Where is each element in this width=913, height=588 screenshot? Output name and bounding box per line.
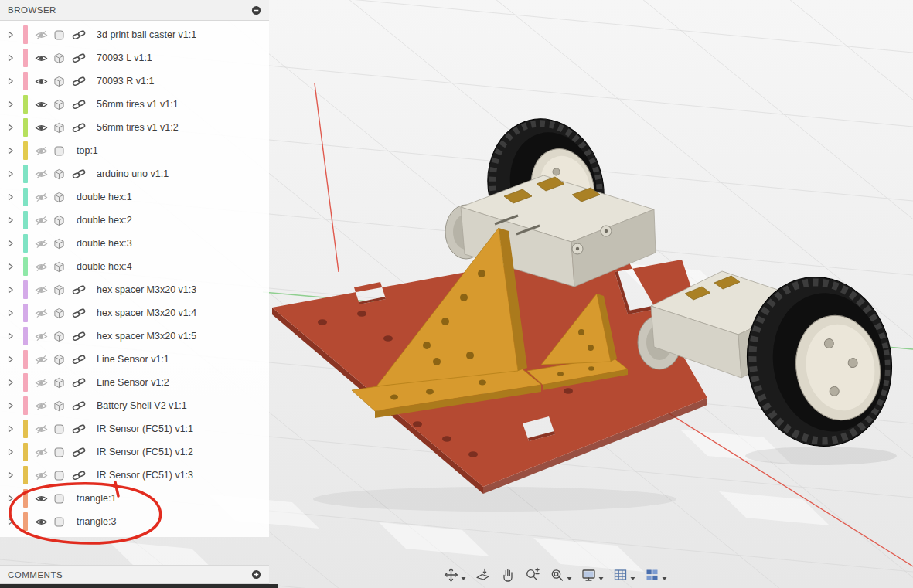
visibility-eye-icon[interactable] bbox=[35, 447, 53, 457]
browser-item-hex-spacer-m3x20-v1-4[interactable]: hex spacer M3x20 v1:4 bbox=[0, 301, 269, 325]
link-icon bbox=[72, 308, 92, 318]
expand-arrow-icon[interactable] bbox=[8, 471, 20, 479]
visibility-eye-icon[interactable] bbox=[35, 355, 53, 365]
browser-panel-header[interactable]: BROWSER bbox=[0, 0, 269, 21]
browser-item-56mm-tires-v1-v1-2[interactable]: 56mm tires v1 v1:2 bbox=[0, 116, 269, 139]
visibility-eye-icon[interactable] bbox=[35, 308, 53, 318]
browser-item-ir-sensor-fc51-v1-2[interactable]: IR Sensor (FC51) v1:2 bbox=[0, 440, 269, 464]
grid-and-snaps-tool[interactable] bbox=[612, 566, 636, 583]
pan-icon bbox=[500, 567, 516, 583]
browser-item-ir-sensor-fc51-v1-1[interactable]: IR Sensor (FC51) v1:1 bbox=[0, 417, 269, 440]
dropdown-caret-icon bbox=[462, 577, 466, 580]
visibility-eye-icon[interactable] bbox=[35, 378, 53, 388]
expand-arrow-icon[interactable] bbox=[8, 518, 20, 525]
comments-panel-header[interactable]: COMMENTS bbox=[0, 565, 269, 584]
visibility-eye-icon[interactable] bbox=[35, 169, 53, 179]
visibility-eye-icon[interactable] bbox=[35, 262, 53, 272]
visibility-eye-icon[interactable] bbox=[35, 192, 53, 202]
visibility-eye-icon[interactable] bbox=[35, 216, 53, 226]
component-color-swatch bbox=[23, 234, 28, 253]
expand-arrow-icon[interactable] bbox=[8, 286, 20, 294]
browser-item-3d-print-ball-caster-v1-1[interactable]: 3d print ball caster v1:1 bbox=[0, 23, 269, 46]
browser-item-70093-l-v1-1[interactable]: 70093 L v1:1 bbox=[0, 46, 269, 70]
zoom-tool[interactable] bbox=[524, 566, 541, 583]
viewports-tool[interactable] bbox=[644, 566, 668, 583]
component-label: double hex:4 bbox=[77, 261, 132, 272]
component-color-swatch bbox=[23, 420, 28, 438]
browser-item-line-sensor-v1-1[interactable]: Line Sensor v1:1 bbox=[0, 348, 269, 371]
expand-arrow-icon[interactable] bbox=[8, 379, 20, 386]
visibility-eye-icon[interactable] bbox=[35, 123, 53, 133]
robot-model[interactable] bbox=[272, 107, 905, 494]
link-icon bbox=[72, 400, 92, 411]
browser-item-arduino-uno-v1-1[interactable]: arduino uno v1:1 bbox=[0, 162, 269, 185]
visibility-eye-icon[interactable] bbox=[35, 100, 53, 110]
component-icon bbox=[53, 76, 72, 87]
component-icon bbox=[53, 354, 72, 365]
add-comment-icon[interactable] bbox=[251, 569, 261, 580]
expand-arrow-icon[interactable] bbox=[8, 425, 20, 433]
browser-item-hex-spacer-m3x20-v1-3[interactable]: hex spacer M3x20 v1:3 bbox=[0, 278, 269, 301]
visibility-eye-icon[interactable] bbox=[35, 239, 53, 249]
component-icon bbox=[53, 29, 72, 41]
visibility-eye-icon[interactable] bbox=[35, 424, 53, 434]
expand-arrow-icon[interactable] bbox=[8, 193, 20, 201]
expand-arrow-icon[interactable] bbox=[8, 332, 20, 340]
fit-tool[interactable] bbox=[549, 566, 573, 583]
visibility-eye-icon[interactable] bbox=[35, 517, 53, 527]
component-color-swatch bbox=[23, 304, 28, 322]
visibility-eye-icon[interactable] bbox=[35, 30, 53, 40]
display-settings-tool[interactable] bbox=[581, 566, 605, 583]
expand-arrow-icon[interactable] bbox=[8, 54, 20, 62]
browser-item-triangle-1[interactable]: triangle:1 bbox=[0, 487, 269, 510]
visibility-eye-icon[interactable] bbox=[35, 53, 53, 63]
orbit-icon bbox=[444, 567, 459, 583]
browser-item-double-hex-2[interactable]: double hex:2 bbox=[0, 209, 269, 232]
look-at-tool[interactable] bbox=[475, 566, 492, 583]
expand-arrow-icon[interactable] bbox=[8, 216, 20, 224]
expand-arrow-icon[interactable] bbox=[8, 240, 20, 247]
component-color-swatch bbox=[23, 95, 28, 114]
browser-item-70093-r-v1-1[interactable]: 70093 R v1:1 bbox=[0, 70, 269, 93]
expand-arrow-icon[interactable] bbox=[8, 495, 20, 502]
component-label: 70093 R v1:1 bbox=[97, 76, 154, 87]
visibility-eye-icon[interactable] bbox=[35, 76, 53, 87]
expand-arrow-icon[interactable] bbox=[8, 147, 20, 155]
visibility-eye-icon[interactable] bbox=[35, 494, 53, 504]
visibility-eye-icon[interactable] bbox=[35, 331, 53, 342]
browser-item-line-sensor-v1-2[interactable]: Line Sensor v1:2 bbox=[0, 371, 269, 394]
component-label: Battery Shell V2 v1:1 bbox=[97, 400, 187, 411]
expand-arrow-icon[interactable] bbox=[8, 263, 20, 270]
component-icon bbox=[53, 238, 72, 250]
browser-item-56mm-tires-v1-v1-1[interactable]: 56mm tires v1 v1:1 bbox=[0, 93, 269, 116]
browser-item-ir-sensor-fc51-v1-3[interactable]: IR Sensor (FC51) v1:3 bbox=[0, 464, 269, 487]
expand-arrow-icon[interactable] bbox=[8, 100, 20, 108]
browser-item-top-1[interactable]: top:1 bbox=[0, 139, 269, 162]
browser-item-battery-shell-v2-v1-1[interactable]: Battery Shell V2 v1:1 bbox=[0, 394, 269, 417]
component-color-swatch bbox=[23, 443, 28, 461]
browser-item-double-hex-4[interactable]: double hex:4 bbox=[0, 255, 269, 278]
component-icon bbox=[53, 308, 72, 319]
expand-arrow-icon[interactable] bbox=[8, 355, 20, 363]
expand-arrow-icon[interactable] bbox=[8, 124, 20, 131]
component-color-swatch bbox=[23, 327, 28, 345]
visibility-eye-icon[interactable] bbox=[35, 285, 53, 295]
visibility-eye-icon[interactable] bbox=[35, 401, 53, 411]
expand-arrow-icon[interactable] bbox=[8, 77, 20, 85]
visibility-eye-icon[interactable] bbox=[35, 146, 53, 156]
expand-arrow-icon[interactable] bbox=[8, 448, 20, 456]
pan-tool[interactable] bbox=[499, 566, 516, 583]
orbit-tool[interactable] bbox=[443, 566, 467, 583]
expand-arrow-icon[interactable] bbox=[8, 170, 20, 178]
expand-arrow-icon[interactable] bbox=[8, 31, 20, 39]
expand-arrow-icon[interactable] bbox=[8, 309, 20, 317]
expand-arrow-icon[interactable] bbox=[8, 402, 20, 410]
visibility-eye-icon[interactable] bbox=[35, 471, 53, 481]
browser-item-double-hex-1[interactable]: double hex:1 bbox=[0, 185, 269, 209]
dropdown-caret-icon bbox=[631, 577, 635, 580]
browser-item-triangle-3[interactable]: triangle:3 bbox=[0, 510, 269, 533]
browser-item-double-hex-3[interactable]: double hex:3 bbox=[0, 232, 269, 255]
component-color-swatch bbox=[23, 49, 28, 67]
collapse-all-icon[interactable] bbox=[251, 5, 261, 15]
browser-item-hex-spacer-m3x20-v1-5[interactable]: hex spacer M3x20 v1:5 bbox=[0, 325, 269, 348]
